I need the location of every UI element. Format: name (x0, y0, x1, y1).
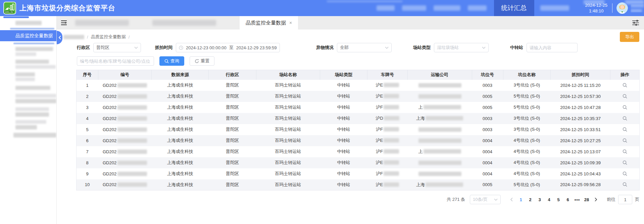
cell-code: GD202 (98, 157, 152, 168)
sidebar-item-redacted[interactable] (15, 72, 35, 76)
column-header: 序号 (77, 70, 98, 80)
sidebar-item-redacted[interactable] (15, 94, 56, 98)
nav-item-redacted[interactable] (377, 5, 395, 11)
cell-code: GD202 (98, 91, 152, 102)
page-ellipsis[interactable]: ••• (573, 195, 582, 204)
anomaly-select[interactable]: 全部 (337, 43, 392, 52)
sidebar-item-redacted[interactable] (15, 99, 56, 103)
cell-company: 上海 (407, 179, 472, 190)
column-header: 数据来源 (152, 70, 209, 80)
next-page-button[interactable] (591, 195, 601, 204)
cell-plate: 沪E (367, 135, 407, 146)
nav-item-redacted[interactable] (434, 5, 460, 11)
district-select[interactable]: 普陀区 (93, 43, 141, 52)
cell-pit-name: 4号坑位 (S-0) (503, 135, 551, 146)
transfer-station-label: 中转站 (510, 45, 523, 51)
cell-plate: 沪E (367, 157, 407, 168)
page-number-3[interactable]: 3 (535, 195, 544, 204)
page-number-list: 123456•••28 (516, 195, 591, 204)
tab-redacted[interactable] (75, 20, 129, 26)
page-number-28[interactable]: 28 (582, 195, 591, 204)
sidebar-item-redacted[interactable] (15, 21, 42, 25)
magnifier-icon (623, 160, 627, 165)
cell-station: 百玛士转运站 (256, 179, 320, 190)
sidebar-item-redacted[interactable] (13, 133, 56, 137)
capture-time-range-picker[interactable]: 2024-12-23 00:00:00 至 2024-12-29 23:59:5… (176, 43, 280, 52)
goto-page-input[interactable] (618, 195, 632, 204)
reset-button[interactable]: 重置 (190, 56, 214, 66)
sidebar-item-redacted[interactable] (15, 120, 46, 124)
page-number-1[interactable]: 1 (516, 195, 526, 204)
cell-district: 普陀区 (209, 157, 256, 168)
nav-item-statistics[interactable]: 统计汇总 (494, 0, 534, 16)
magnifier-icon (623, 171, 627, 176)
tab-quality-monitor-data[interactable]: 品质监控全量数据 × (240, 16, 298, 30)
capture-time-start[interactable]: 2024-12-23 00:00:00 (186, 45, 227, 50)
keyword-input[interactable] (80, 59, 151, 64)
tab-close-icon[interactable]: × (289, 20, 292, 25)
search-button[interactable]: 查询 (159, 56, 184, 66)
transfer-station-input[interactable] (530, 45, 575, 50)
cell-actions (610, 179, 639, 190)
cell-source: 上海成生科技 (152, 80, 209, 91)
cell-pit-no: 0005 (472, 102, 503, 113)
breadcrumb-item-redacted[interactable] (63, 35, 84, 39)
cell-pit-name: 4号坑位 (S-0) (503, 168, 551, 179)
cell-pit-name: 3号坑位 (S-0) (503, 124, 551, 135)
page-number-5[interactable]: 5 (554, 195, 563, 204)
sidebar-item-redacted[interactable] (15, 77, 35, 81)
sidebar-item-quality-monitor-data[interactable]: 品质监控全量数据 (0, 30, 56, 41)
sidebar-item-redacted[interactable] (15, 112, 49, 117)
cell-code: GD202 (98, 179, 152, 190)
sidebar-item-redacted[interactable] (15, 52, 36, 56)
page-number-6[interactable]: 6 (563, 195, 573, 204)
export-button[interactable]: 导出 (620, 32, 639, 42)
view-detail-button[interactable] (622, 82, 628, 88)
total-count: 共 271 条 (447, 197, 465, 203)
view-detail-button[interactable] (622, 181, 628, 187)
prev-page-button[interactable] (507, 195, 516, 204)
view-detail-button[interactable] (622, 104, 628, 110)
transfer-station-field[interactable] (527, 43, 578, 52)
column-header: 坑位名称 (503, 70, 551, 80)
view-detail-button[interactable] (622, 93, 628, 99)
cell-source: 上海成生科技 (152, 113, 209, 124)
page-number-4[interactable]: 4 (544, 195, 554, 204)
cell-station-type: 中转站 (320, 124, 367, 135)
nav-item-redacted[interactable] (540, 5, 569, 11)
table-row: 10 GD202 上海成生科技 普陀区 百玛士转运站 中转站 沪E 上海 000… (77, 179, 640, 190)
view-detail-button[interactable] (622, 115, 628, 121)
cell-source: 上海成生科技 (152, 124, 209, 135)
breadcrumb-current: 品质监控全量数据 (91, 34, 126, 40)
view-detail-button[interactable] (622, 137, 628, 144)
cell-station: 百玛士转运站 (256, 102, 320, 113)
cell-source: 上海成生科技 (152, 135, 209, 146)
column-header: 抓拍时间 (551, 70, 610, 80)
tab-redacted[interactable] (152, 20, 216, 26)
nav-item-redacted[interactable] (402, 5, 426, 11)
table-body: 1 GD202 上海成生科技 普陀区 百玛士转运站 中转站 沪E 0003 3号… (77, 80, 640, 190)
sidebar-item-redacted[interactable] (15, 47, 53, 51)
sidebar-item-redacted[interactable] (15, 107, 49, 111)
filter-settings-icon[interactable] (632, 20, 639, 26)
view-detail-button[interactable] (622, 149, 628, 155)
menu-fold-icon[interactable] (61, 20, 67, 25)
capture-time-end[interactable]: 2024-12-29 23:59:59 (236, 45, 277, 50)
sidebar-item-redacted[interactable] (15, 125, 37, 129)
cell-source: 上海成生科技 (152, 157, 209, 168)
sidebar-item-redacted[interactable] (15, 60, 49, 64)
page-size-value: 10条/页 (473, 197, 488, 203)
page-number-2[interactable]: 2 (526, 195, 535, 204)
view-detail-button[interactable] (622, 126, 628, 132)
sidebar-item-redacted[interactable] (15, 65, 56, 69)
view-detail-button[interactable] (622, 171, 628, 177)
page-size-select[interactable]: 10条/页 (470, 195, 501, 204)
view-detail-button[interactable] (622, 160, 628, 166)
nav-item-redacted[interactable] (468, 5, 487, 11)
cell-capture-time: 2024-12-25 10:47:28 (551, 102, 610, 113)
cell-district: 普陀区 (209, 80, 256, 91)
keyword-field[interactable] (77, 56, 154, 66)
chevron-down-icon (494, 199, 498, 201)
station-type-select[interactable]: 湿垃圾场站 (434, 43, 489, 52)
sidebar-item-redacted[interactable] (15, 86, 50, 90)
